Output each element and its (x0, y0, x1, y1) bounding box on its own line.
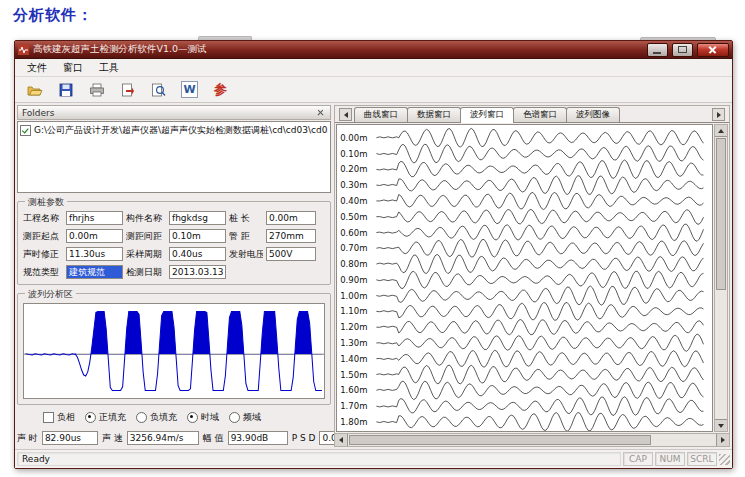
arrow-left-icon (339, 437, 343, 443)
save-button[interactable] (54, 79, 77, 101)
param-value[interactable]: 0.40us (169, 247, 226, 261)
waveform-trace (376, 302, 703, 320)
param-value[interactable]: 0.00m (266, 211, 316, 225)
depth-label: 0.60m (340, 228, 367, 238)
horizontal-scroll-track[interactable] (652, 434, 716, 446)
negative-phase-checkbox[interactable]: 负相 (43, 411, 75, 424)
radio-option[interactable]: 时域 (187, 411, 219, 424)
waveform-trace (376, 271, 703, 288)
word-export-button[interactable]: W (178, 79, 201, 101)
vertical-scroll-thumb[interactable] (716, 138, 726, 290)
param-label: 规范类型 (23, 266, 63, 279)
minimize-button[interactable] (647, 43, 668, 57)
horizontal-scroll-thumb[interactable] (349, 435, 651, 445)
title-bar[interactable]: 高铁建灰超声土检测分析软件V1.0—测试 (15, 41, 732, 59)
menu-item[interactable]: 文件 (19, 60, 55, 76)
page-title: 分析软件： (13, 6, 93, 25)
export-button[interactable] (116, 79, 139, 101)
scroll-left-button[interactable] (335, 434, 348, 446)
radio-option[interactable]: 频域 (229, 411, 261, 424)
tab-item[interactable]: 波列图像 (566, 107, 620, 122)
measure-row: 声 时82.90us声 速3256.94m/s幅 值93.90dBP S D0.… (17, 429, 331, 447)
radio-option[interactable]: 正填充 (85, 411, 126, 424)
main-area: Folders G:\公司产品设计开发\超声仪器\超声声仪实始检测数据调桩\cd… (15, 103, 732, 449)
param-value[interactable]: 0.10m (169, 229, 226, 243)
print-preview-icon (151, 83, 166, 97)
radio-icon[interactable] (85, 412, 96, 423)
checkbox-label: 负相 (57, 411, 75, 424)
param-label: 发射电压 (229, 248, 263, 261)
radio-label: 负填充 (150, 411, 177, 424)
param-value[interactable]: 270mm (266, 229, 316, 243)
radio-icon[interactable] (229, 412, 240, 423)
param-label: 采样周期 (126, 248, 166, 261)
depth-label: 0.20m (340, 165, 367, 175)
tab-scroll-right-button[interactable] (712, 108, 725, 121)
tab-item[interactable]: 曲线窗口 (354, 107, 408, 122)
folders-close-icon[interactable] (315, 108, 326, 118)
param-value[interactable]: 500V (266, 247, 316, 261)
radio-icon[interactable] (136, 412, 147, 423)
scroll-up-button[interactable] (715, 125, 727, 137)
folder-checkbox-icon[interactable] (20, 125, 31, 136)
trace-wrap: 0.00m0.10m0.20m0.30m0.40m0.50m0.60m0.70m… (335, 123, 729, 433)
param-label: 测距间距 (126, 230, 166, 243)
waveform-trace (376, 176, 703, 195)
param-value[interactable]: 11.30us (66, 247, 123, 261)
measure-label: P S D (292, 433, 316, 443)
vertical-scrollbar[interactable] (714, 124, 728, 432)
status-bar: Ready CAPNUMSCRL (15, 449, 732, 468)
reference-button[interactable]: 参 (209, 79, 232, 101)
radio-icon[interactable] (187, 412, 198, 423)
waveform-trace (376, 286, 703, 305)
measure-label: 声 时 (17, 432, 38, 445)
measure-value: 3256.94m/s (127, 431, 199, 445)
radio-option[interactable]: 负填充 (136, 411, 177, 424)
resize-grip-icon[interactable] (719, 454, 730, 465)
open-folder-icon (27, 83, 43, 97)
param-value[interactable]: fhrjhs (66, 211, 123, 225)
tab-scroll-left-button[interactable] (339, 108, 352, 121)
scroll-right-button[interactable] (716, 434, 729, 446)
menu-item[interactable]: 工具 (91, 60, 127, 76)
tab-item[interactable]: 数据窗口 (407, 107, 461, 122)
word-icon: W (181, 81, 198, 98)
folder-item-label: G:\公司产品设计开发\超声仪器\超声声仪实始检测数据调桩\cd\cd03\cd… (34, 124, 328, 137)
folders-list[interactable]: G:\公司产品设计开发\超声仪器\超声声仪实始检测数据调桩\cd\cd03\cd… (17, 121, 331, 193)
waveform-trace (376, 350, 703, 367)
depth-label: 1.30m (340, 338, 367, 348)
param-value[interactable]: 建筑规范 (66, 265, 123, 279)
radio-label: 频域 (243, 411, 261, 424)
maximize-button[interactable] (672, 43, 693, 57)
folder-tree-item[interactable]: G:\公司产品设计开发\超声仪器\超声声仪实始检测数据调桩\cd\cd03\cd… (20, 124, 328, 137)
left-panel: Folders G:\公司产品设计开发\超声仪器\超声声仪实始检测数据调桩\cd… (17, 105, 331, 447)
horizontal-scrollbar[interactable] (335, 433, 729, 446)
waveform-trace (376, 319, 703, 334)
waveform-trace (376, 365, 703, 384)
waveform-trace (376, 254, 703, 273)
print-button[interactable] (85, 79, 108, 101)
vertical-scroll-track[interactable] (715, 291, 727, 419)
checkbox-icon[interactable] (43, 412, 54, 423)
trace-area[interactable]: 0.00m0.10m0.20m0.30m0.40m0.50m0.60m0.70m… (336, 124, 713, 432)
tab-item[interactable]: 色谱窗口 (513, 107, 567, 122)
preview-button[interactable] (147, 79, 170, 101)
wave-analysis-group: 波列分析区 (17, 293, 331, 405)
waveform-trace (376, 192, 703, 209)
param-value[interactable]: 2013.03.13 (169, 265, 226, 279)
menu-item[interactable]: 窗口 (55, 60, 91, 76)
wave-analysis-plot[interactable] (23, 303, 325, 399)
waveform-trace (376, 334, 703, 351)
depth-label: 1.70m (340, 401, 367, 411)
param-value[interactable]: 0.00m (66, 229, 123, 243)
close-button[interactable] (697, 43, 729, 57)
param-value[interactable]: fhgkdsg (169, 211, 226, 225)
tab-item[interactable]: 波列窗口 (460, 107, 514, 123)
scroll-down-button[interactable] (715, 419, 727, 431)
depth-label: 0.50m (340, 212, 367, 222)
tabs-row: 曲线窗口数据窗口波列窗口色谱窗口波列图像 (335, 106, 729, 123)
depth-label: 1.50m (340, 370, 367, 380)
open-button[interactable] (23, 79, 46, 101)
radio-label: 时域 (201, 411, 219, 424)
depth-label: 1.20m (340, 322, 367, 332)
